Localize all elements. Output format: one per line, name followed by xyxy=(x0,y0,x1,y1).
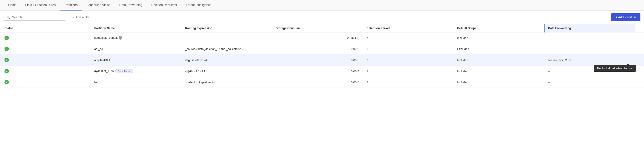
tab-bar: FieldsField Extraction RulesPartitionsSc… xyxy=(0,0,644,11)
table-row: ✓ayanTest_1145Compliancesdjkfbdsjkfdsjk1… xyxy=(0,66,644,77)
cell-actions xyxy=(635,77,644,88)
status-active-icon: ✓ xyxy=(4,36,9,40)
forwarding-name: sentine_test_2 xyxy=(548,58,567,62)
cell-partition-name: bac xyxy=(91,77,182,88)
search-icon: 🔍 xyxy=(6,16,10,19)
table-row: ✓sumologic_default?22.37 GB7Included-- xyxy=(0,32,644,43)
cell-default-scope: Included xyxy=(454,32,544,43)
status-active-icon: ✓ xyxy=(4,80,9,85)
cell-routing-expression: _source="data_deletion_1" and _collector… xyxy=(182,43,272,54)
col-header-routing: Routing Expression xyxy=(182,24,272,32)
table-header: StatusPartition NameRouting ExpressionSt… xyxy=(0,24,644,32)
add-partition-button[interactable]: + Add Partition xyxy=(611,13,640,21)
cell-partition-name: ayanTest_1145Compliance xyxy=(91,66,182,77)
tab-scheduled-views[interactable]: Scheduled Views xyxy=(82,0,115,11)
cell-retention-period: 7 xyxy=(363,77,454,88)
tab-data-forwarding[interactable]: Data Forwarding xyxy=(115,0,147,11)
col-header-storage: Storage Consumed xyxy=(272,24,363,32)
search-box[interactable]: 🔍 xyxy=(4,14,66,21)
cell-status: ✓ xyxy=(0,32,91,43)
tab-threat-intelligence[interactable]: Threat Intelligence xyxy=(181,0,216,11)
status-active-icon: ✓ xyxy=(4,58,9,62)
cell-default-scope: Included xyxy=(454,66,544,77)
cell-default-scope: Excluded xyxy=(454,43,544,54)
cell-actions xyxy=(635,43,644,54)
table-row: ✓adi_dd_source="data_deletion_1" and _co… xyxy=(0,43,644,54)
cell-routing-expression: _collector=ingest testing xyxy=(182,77,272,88)
cell-status: ✓ xyxy=(0,77,91,88)
cell-partition-name: sumologic_default? xyxy=(91,32,182,43)
cell-storage-consumed: 0.00 B xyxy=(272,66,363,77)
tab-partitions[interactable]: Partitions xyxy=(60,0,82,11)
cell-storage-consumed: 0.00 B xyxy=(272,54,363,66)
cell-retention-period: 7 xyxy=(363,32,454,43)
filter-icon: ☷ xyxy=(71,16,74,19)
cell-routing-expression: degdsefefe1sfsldjf xyxy=(182,54,272,66)
tab-field-extraction-rules[interactable]: Field Extraction Rules xyxy=(21,0,60,11)
help-icon[interactable]: ? xyxy=(119,36,122,40)
search-input[interactable] xyxy=(12,16,63,19)
cell-data-forwarding: -- xyxy=(544,77,635,88)
cell-default-scope: Included xyxy=(454,54,544,66)
compliance-badge: Compliance xyxy=(115,69,133,73)
table-body: ✓sumologic_default?22.37 GB7Included--✓a… xyxy=(0,32,644,88)
col-header-scope: Default Scope xyxy=(454,24,544,32)
cell-data-forwarding: sentine_test_2⚠The bucket is disabled by… xyxy=(544,54,635,66)
tab-fields[interactable]: Fields xyxy=(4,0,21,11)
cell-actions[interactable]: ⋮ xyxy=(635,54,644,66)
cell-storage-consumed: 22.37 GB xyxy=(272,32,363,43)
cell-actions xyxy=(635,66,644,77)
cell-storage-consumed: 0.00 B xyxy=(272,77,363,88)
cell-retention-period: 3 xyxy=(363,54,454,66)
toolbar: 🔍 ☷ Add a filter + Add Partition xyxy=(0,11,644,24)
cell-retention-period: 3 xyxy=(363,43,454,54)
cell-data-forwarding: -- xyxy=(544,43,635,54)
row-actions-menu-button[interactable]: ⋮ xyxy=(639,57,644,63)
cell-actions xyxy=(635,32,644,43)
partitions-table: StatusPartition NameRouting ExpressionSt… xyxy=(0,24,644,88)
cell-status: ✓ xyxy=(0,66,91,77)
filter-button[interactable]: ☷ Add a filter xyxy=(69,14,93,20)
tab-deletion-requests[interactable]: Deletion Requests xyxy=(147,0,181,11)
col-header-forwarding: Data Forwarding xyxy=(544,24,635,32)
warning-icon: ⚠ xyxy=(568,58,571,62)
add-partition-label: + Add Partition xyxy=(616,16,636,19)
cell-default-scope: Included xyxy=(454,77,544,88)
cell-status: ✓ xyxy=(0,54,91,66)
status-active-icon: ✓ xyxy=(4,69,9,74)
status-active-icon: ✓ xyxy=(4,47,9,51)
col-header-status: Status xyxy=(0,24,91,32)
table-row: ✓bac_collector=ingest testing0.00 B7Incl… xyxy=(0,77,644,88)
disabled-bucket-tooltip: The bucket is disabled by user xyxy=(594,65,636,72)
table-wrapper: StatusPartition NameRouting ExpressionSt… xyxy=(0,24,644,88)
col-header-name: Partition Name xyxy=(91,24,182,32)
cell-retention-period: 1 xyxy=(363,66,454,77)
cell-partition-name: adi_dd xyxy=(91,43,182,54)
col-header-retention: Retention Period xyxy=(363,24,454,32)
filter-label: Add a filter xyxy=(76,16,90,19)
cell-partition-name: ajayTestDF1 xyxy=(91,54,182,66)
cell-storage-consumed: 0.00 B xyxy=(272,43,363,54)
cell-routing-expression xyxy=(182,32,272,43)
table-row: ✓ajayTestDF1degdsefefe1sfsldjf0.00 B3Inc… xyxy=(0,54,644,66)
forwarding-warning-container: sentine_test_2⚠The bucket is disabled by… xyxy=(548,58,632,62)
cell-status: ✓ xyxy=(0,43,91,54)
cell-routing-expression: sdjkfbdsjkfdsjk1 xyxy=(182,66,272,77)
col-header-actions xyxy=(635,24,644,32)
cell-data-forwarding: -- xyxy=(544,32,635,43)
